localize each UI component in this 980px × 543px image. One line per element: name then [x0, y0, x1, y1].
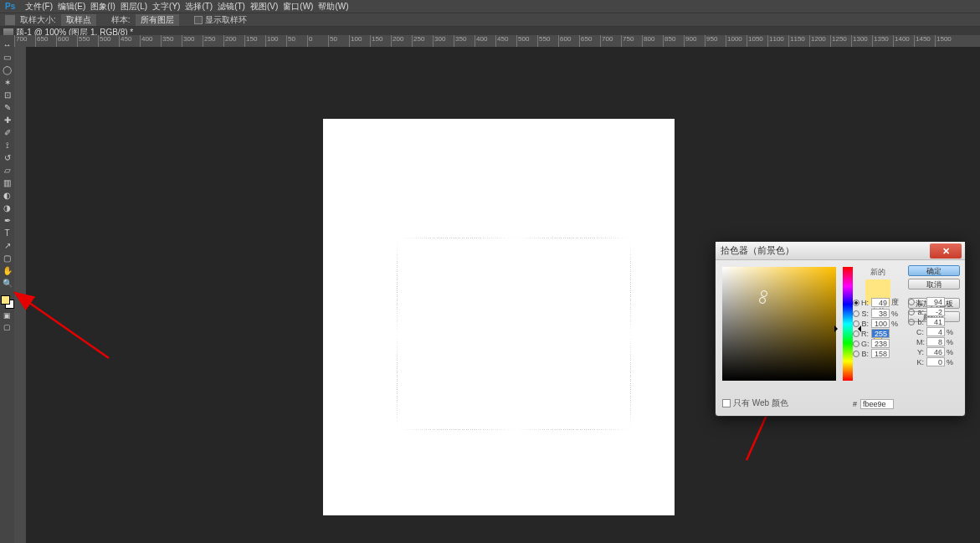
- crop-tool[interactable]: ⊡: [2, 90, 13, 100]
- ruler-tick: 1200: [809, 35, 830, 47]
- unit-s: %: [891, 310, 901, 318]
- document-canvas[interactable]: [323, 119, 675, 515]
- gradient-tool[interactable]: ▥: [2, 177, 13, 188]
- dodge-tool[interactable]: ◑: [2, 202, 13, 213]
- label-k: K:: [916, 358, 925, 366]
- menu-type[interactable]: 文字(Y): [152, 1, 180, 13]
- menu-file[interactable]: 文件(F): [25, 1, 53, 13]
- input-a[interactable]: -2: [926, 307, 945, 316]
- ruler-tick: 400: [475, 35, 495, 47]
- webonly-checkbox[interactable]: [722, 399, 731, 407]
- ruler-tick: 50: [328, 35, 349, 47]
- color-picker-dialog[interactable]: 拾色器（前景色） 新的 当前 ⚠ 确定 取消 添加到色板 颜色库: [715, 241, 966, 417]
- move-tool[interactable]: ↔: [2, 39, 13, 50]
- radio-a[interactable]: [908, 309, 915, 315]
- radio-h[interactable]: [853, 300, 859, 306]
- eraser-tool[interactable]: ▱: [2, 165, 13, 176]
- pen-tool[interactable]: ✒: [2, 215, 13, 226]
- radio-r[interactable]: [853, 330, 859, 337]
- input-y[interactable]: 46: [926, 347, 945, 356]
- ruler-tick: 300: [433, 35, 454, 47]
- input-l[interactable]: 94: [926, 297, 945, 306]
- screenmode-icon[interactable]: ▢: [2, 322, 13, 332]
- saturation-value-field[interactable]: [722, 267, 836, 381]
- label-lb: b:: [916, 318, 925, 326]
- ruler-tick: 350: [161, 35, 182, 47]
- text-tool[interactable]: T: [2, 228, 13, 238]
- input-b[interactable]: 158: [871, 349, 890, 358]
- label-r: R:: [861, 330, 870, 338]
- label-c: C:: [916, 328, 925, 336]
- input-m[interactable]: 8: [926, 337, 945, 346]
- ruler-tick: 550: [77, 35, 98, 47]
- dialog-titlebar[interactable]: 拾色器（前景色）: [716, 242, 965, 260]
- color-swatches[interactable]: [1, 295, 14, 309]
- input-k[interactable]: 0: [926, 357, 945, 366]
- hand-tool[interactable]: ✋: [2, 265, 13, 276]
- radio-l[interactable]: [908, 299, 915, 305]
- heal-tool[interactable]: ✚: [2, 115, 13, 126]
- wand-tool[interactable]: ✶: [2, 77, 13, 88]
- input-r[interactable]: 255: [871, 329, 890, 338]
- menu-window[interactable]: 窗口(W): [283, 1, 313, 13]
- menu-help[interactable]: 帮助(W): [318, 1, 348, 13]
- label-l: L:: [916, 298, 925, 306]
- menu-image[interactable]: 图象(I): [90, 1, 115, 13]
- menu-filter[interactable]: 滤镜(T): [218, 1, 245, 13]
- input-g[interactable]: 238: [871, 339, 890, 348]
- radio-s[interactable]: [853, 310, 859, 317]
- path-tool[interactable]: ↗: [2, 240, 13, 251]
- radio-b[interactable]: [853, 351, 859, 357]
- close-button[interactable]: [930, 243, 962, 259]
- radio-lb[interactable]: [908, 319, 915, 325]
- input-lb[interactable]: 41: [926, 317, 945, 326]
- input-s[interactable]: 38: [871, 309, 890, 318]
- input-bv[interactable]: 100: [871, 319, 890, 328]
- ruler-tick: 100: [349, 35, 370, 47]
- menu-view[interactable]: 视图(V): [250, 1, 278, 13]
- ruler-tick: 650: [35, 35, 56, 47]
- label-bv: B:: [861, 320, 870, 328]
- webonly-label: 只有 Web 颜色: [733, 397, 788, 409]
- hue-slider[interactable]: [843, 267, 853, 381]
- marquee-tool[interactable]: ▭: [2, 52, 13, 63]
- ruler-tick: 100: [265, 35, 286, 47]
- sample-dropdown[interactable]: 所有图层: [136, 14, 179, 26]
- menu-edit[interactable]: 编辑(E): [58, 1, 85, 13]
- unit-y: %: [947, 348, 957, 356]
- ruler-tick: 1250: [830, 35, 851, 47]
- quickmask-icon[interactable]: ▣: [2, 310, 13, 320]
- brush-tool[interactable]: ✐: [2, 127, 13, 138]
- input-hex[interactable]: fbee9e: [860, 399, 894, 409]
- stamp-tool[interactable]: ⟟: [2, 140, 13, 151]
- cancel-button[interactable]: 取消: [908, 279, 960, 289]
- eyedropper-tool[interactable]: ✎: [2, 102, 13, 113]
- history-brush-tool[interactable]: ↺: [2, 152, 13, 163]
- show-ring-checkbox[interactable]: [194, 16, 203, 24]
- ruler-tick: 50: [286, 35, 307, 47]
- menu-layer[interactable]: 图层(L): [121, 1, 147, 13]
- radio-bv[interactable]: [853, 320, 859, 327]
- ruler-tick: 1500: [935, 35, 956, 47]
- color-cursor-icon: [759, 297, 766, 304]
- radio-g[interactable]: [853, 341, 859, 347]
- ruler-tick: 900: [684, 35, 705, 47]
- marquee-selection: [397, 238, 631, 430]
- zoom-tool[interactable]: 🔍: [2, 278, 13, 289]
- input-c[interactable]: 4: [926, 327, 945, 336]
- label-m: M:: [916, 338, 925, 346]
- ruler-tick: 850: [663, 35, 684, 47]
- ok-button[interactable]: 确定: [908, 265, 960, 276]
- input-h[interactable]: 49: [871, 298, 890, 307]
- ruler-tick: 350: [454, 35, 475, 47]
- lasso-tool[interactable]: ◯: [2, 64, 13, 75]
- hex-label: #: [853, 400, 857, 408]
- new-color-swatch: [865, 279, 890, 292]
- foreground-swatch[interactable]: [1, 295, 10, 305]
- blur-tool[interactable]: ◐: [2, 190, 13, 201]
- menu-select[interactable]: 选择(T): [185, 1, 213, 13]
- sample-size-dropdown[interactable]: 取样点: [61, 14, 96, 26]
- ruler-tick: 700: [600, 35, 621, 47]
- app-logo: Ps: [5, 2, 15, 11]
- shape-tool[interactable]: ▢: [2, 253, 13, 264]
